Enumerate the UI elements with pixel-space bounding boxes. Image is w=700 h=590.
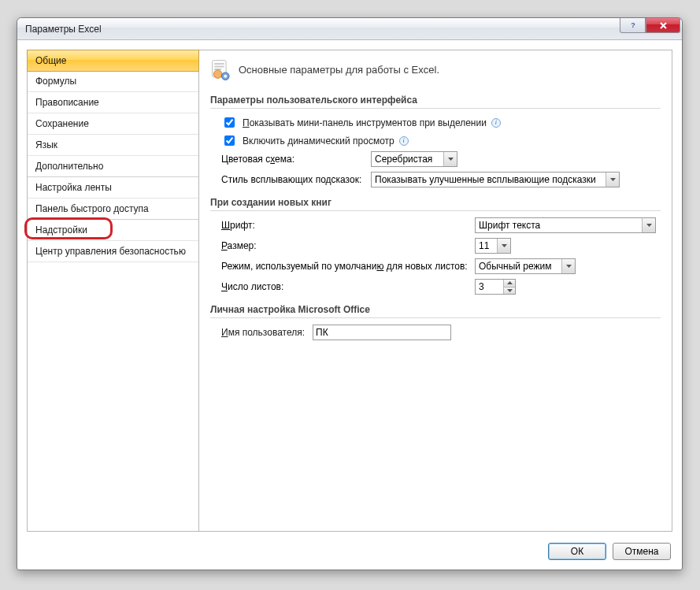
section-title-personal: Личная настройка Microsoft Office	[210, 301, 661, 318]
close-icon	[659, 21, 668, 30]
options-panel: Основные параметры для работы с Excel. П…	[199, 50, 672, 532]
spin-up-icon[interactable]	[504, 280, 515, 287]
username-label: Имя пользователя:	[221, 327, 308, 338]
svg-text:?: ?	[631, 21, 635, 29]
color-scheme-combo[interactable]: Серебристая	[371, 151, 457, 167]
sidebar-item-ribbon[interactable]: Настройка ленты	[28, 177, 198, 199]
help-icon: ?	[629, 21, 637, 29]
section-ui: Показывать мини-панель инструментов при …	[210, 115, 661, 187]
mini-toolbar-label: Показывать мини-панель инструментов при …	[243, 117, 487, 128]
sheet-count-label: Число листов:	[221, 281, 470, 292]
spinner-buttons[interactable]	[503, 280, 515, 294]
sidebar-item-formulas[interactable]: Формулы	[28, 71, 198, 92]
section-title-ui: Параметры пользовательского интерфейса	[210, 91, 661, 109]
tooltip-style-combo[interactable]: Показывать улучшенные всплывающие подска…	[371, 172, 620, 187]
svg-point-7	[224, 75, 227, 78]
font-label: Шрифт:	[221, 220, 470, 231]
svg-rect-3	[214, 66, 224, 68]
sheet-count-spinner[interactable]: 3	[475, 279, 516, 295]
sidebar-item-save[interactable]: Сохранение	[28, 113, 198, 135]
page-title: Основные параметры для работы с Excel.	[239, 64, 439, 76]
sidebar-item-qat[interactable]: Панель быстрого доступа	[28, 199, 198, 220]
dialog-footer: ОК Отмена	[17, 536, 682, 570]
titlebar: Параметры Excel ?	[17, 18, 682, 40]
spin-down-icon[interactable]	[504, 287, 515, 295]
sidebar-item-general[interactable]: Общие	[27, 50, 199, 72]
chevron-down-icon	[606, 173, 619, 187]
svg-rect-2	[214, 63, 224, 65]
help-button[interactable]: ?	[620, 18, 646, 33]
chevron-down-icon	[642, 218, 655, 232]
ok-button[interactable]: ОК	[548, 543, 606, 560]
size-label: Размер:	[221, 240, 470, 251]
live-preview-checkbox[interactable]	[224, 135, 235, 146]
category-list: Общие Формулы Правописание Сохранение Яз…	[27, 50, 199, 532]
font-combo[interactable]: Шрифт текста	[475, 217, 656, 233]
size-combo[interactable]: 11	[475, 238, 511, 254]
window-title: Параметры Excel	[25, 24, 102, 35]
section-newbook: Шрифт: Шрифт текста Размер: 11 Режим, ис…	[210, 217, 661, 295]
sidebar-item-trustcenter[interactable]: Центр управления безопасностью	[28, 241, 198, 262]
info-icon[interactable]: i	[399, 136, 409, 146]
username-input[interactable]	[313, 325, 451, 340]
default-view-label: Режим, используемый по умолчанию для нов…	[221, 261, 470, 272]
options-dialog: Параметры Excel ? Общие Формулы Правопис…	[17, 17, 683, 570]
settings-icon	[210, 58, 232, 80]
live-preview-label: Включить динамический просмотр	[243, 135, 394, 147]
mini-toolbar-checkbox[interactable]	[224, 117, 235, 128]
svg-point-5	[213, 70, 222, 79]
window-controls: ?	[620, 18, 680, 33]
sidebar-item-advanced[interactable]: Дополнительно	[28, 156, 198, 177]
color-scheme-label: Цветовая схема:	[221, 154, 366, 165]
chevron-down-icon	[561, 259, 575, 273]
page-header: Основные параметры для работы с Excel.	[210, 58, 661, 80]
dialog-body: Общие Формулы Правописание Сохранение Яз…	[17, 40, 682, 536]
cancel-button[interactable]: Отмена	[613, 543, 671, 560]
tooltip-style-label: Стиль всплывающих подсказок:	[221, 174, 366, 185]
chevron-down-icon	[497, 239, 510, 253]
close-button[interactable]	[646, 18, 680, 33]
section-personal: Имя пользователя:	[210, 325, 661, 340]
sidebar-item-language[interactable]: Язык	[28, 135, 198, 156]
default-view-combo[interactable]: Обычный режим	[475, 258, 576, 274]
info-icon[interactable]: i	[491, 118, 501, 128]
sidebar-item-proofing[interactable]: Правописание	[28, 92, 198, 113]
chevron-down-icon	[443, 152, 457, 166]
section-title-newbook: При создании новых книг	[210, 194, 661, 211]
sidebar-item-addins[interactable]: Надстройки	[28, 220, 198, 241]
